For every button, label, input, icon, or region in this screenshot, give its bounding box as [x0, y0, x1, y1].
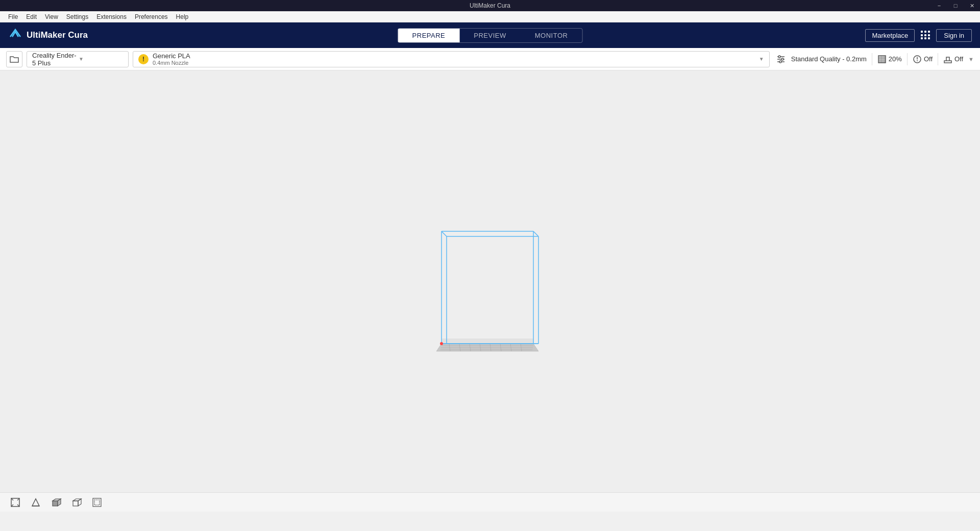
maximize-button[interactable]: □ — [947, 0, 964, 11]
svg-point-44 — [440, 342, 443, 345]
menu-edit[interactable]: Edit — [22, 11, 41, 22]
open-folder-button[interactable] — [6, 51, 22, 67]
adhesion-icon — [943, 55, 952, 64]
svg-point-17 — [917, 60, 918, 61]
signin-button[interactable]: Sign in — [936, 29, 972, 42]
perspective-view-button[interactable] — [29, 495, 43, 510]
marketplace-button[interactable]: Marketplace — [865, 29, 915, 42]
app-name: UltiMaker Cura — [27, 30, 88, 40]
material-name: Generic PLA — [153, 52, 755, 60]
viewport[interactable] — [0, 70, 980, 512]
menu-help[interactable]: Help — [172, 11, 193, 22]
close-button[interactable]: ✕ — [964, 0, 980, 11]
settings-divider-2 — [907, 53, 908, 65]
minimize-button[interactable]: − — [931, 0, 947, 11]
tab-prepare[interactable]: PREPARE — [398, 29, 460, 42]
printer-dropdown-arrow: ▼ — [79, 56, 123, 62]
settings-expand-arrow[interactable]: ▼ — [968, 56, 974, 62]
wireframe-view-button[interactable] — [69, 495, 84, 510]
printer-selector[interactable]: Creality Ender-5 Plus ▼ — [27, 51, 129, 67]
svg-rect-55 — [73, 501, 78, 506]
menu-file[interactable]: File — [4, 11, 22, 22]
nav-tabs: PREPARE PREVIEW MONITOR — [398, 28, 583, 43]
material-info: Generic PLA 0.4mm Nozzle — [153, 52, 755, 66]
svg-point-5 — [779, 61, 781, 63]
toolbar: Creality Ender-5 Plus ▼ ! Generic PLA 0.… — [0, 48, 980, 70]
menu-view[interactable]: View — [41, 11, 62, 22]
adhesion-label: Off — [954, 55, 963, 63]
apps-grid-icon[interactable] — [921, 31, 930, 40]
app-header: UltiMaker Cura PREPARE PREVIEW MONITOR M… — [0, 22, 980, 48]
printer-name: Creality Ender-5 Plus — [32, 52, 77, 67]
material-selector[interactable]: ! Generic PLA 0.4mm Nozzle ▼ — [133, 51, 770, 67]
svg-point-3 — [781, 58, 783, 60]
svg-line-35 — [533, 231, 538, 236]
infill-percent: 20% — [889, 55, 902, 63]
settings-divider-3 — [938, 53, 938, 65]
bottom-toolbar — [0, 492, 980, 512]
quality-label: Standard Quality - 0.2mm — [791, 55, 867, 63]
xray-view-button[interactable] — [90, 495, 104, 510]
svg-rect-18 — [944, 61, 951, 63]
material-warning-icon: ! — [138, 54, 149, 64]
app-logo: UltiMaker Cura — [8, 27, 88, 44]
infill-icon — [877, 55, 887, 64]
menu-bar: File Edit View Settings Extensions Prefe… — [0, 11, 980, 22]
tab-monitor[interactable]: MONITOR — [521, 29, 582, 42]
menu-preferences[interactable]: Preferences — [131, 11, 172, 22]
menu-extensions[interactable]: Extensions — [92, 11, 131, 22]
settings-divider-1 — [872, 53, 872, 65]
infill-section[interactable]: 20% — [877, 55, 902, 64]
svg-rect-59 — [94, 500, 100, 505]
home-view-button[interactable] — [8, 495, 22, 510]
svg-point-1 — [778, 56, 780, 58]
material-dropdown-arrow: ▼ — [759, 56, 764, 62]
quality-selector[interactable]: Standard Quality - 0.2mm — [791, 55, 867, 63]
material-nozzle: 0.4mm Nozzle — [153, 60, 755, 66]
svg-rect-52 — [53, 501, 58, 506]
tab-preview[interactable]: PREVIEW — [459, 29, 520, 42]
svg-marker-57 — [78, 499, 81, 506]
support-section[interactable]: Off — [913, 55, 933, 64]
title-bar: UltiMaker Cura − □ ✕ — [0, 0, 980, 11]
adhesion-section[interactable]: Off — [943, 55, 963, 64]
window-title: UltiMaker Cura — [470, 2, 510, 9]
menu-settings[interactable]: Settings — [62, 11, 92, 22]
solid-view-button[interactable] — [49, 495, 63, 510]
logo-icon — [8, 27, 22, 44]
printer-3d-scene — [434, 221, 546, 361]
svg-line-34 — [442, 231, 447, 236]
print-settings-icon[interactable] — [774, 54, 788, 64]
header-right: Marketplace Sign in — [865, 29, 972, 42]
svg-rect-31 — [442, 339, 533, 344]
svg-marker-19 — [436, 344, 538, 351]
support-label: Off — [924, 55, 933, 63]
settings-right: Standard Quality - 0.2mm 20% — [774, 53, 974, 65]
support-icon — [913, 55, 922, 64]
svg-marker-50 — [32, 499, 39, 506]
window-controls: − □ ✕ — [931, 0, 980, 11]
